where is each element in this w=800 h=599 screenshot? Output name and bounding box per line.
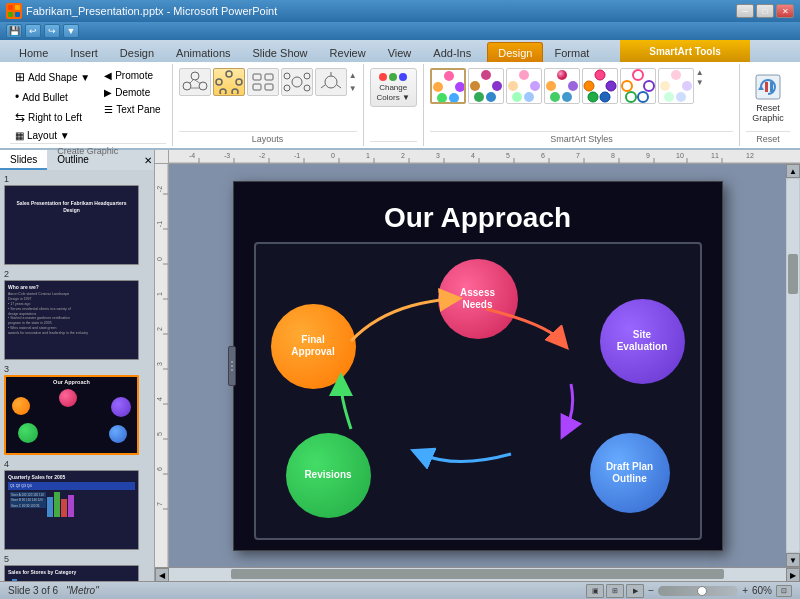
zoom-handle[interactable] <box>697 586 707 596</box>
slideshow-button[interactable]: ▶ <box>626 584 644 598</box>
style-thumb-5[interactable] <box>582 68 618 104</box>
demote-label: Demote <box>115 87 150 98</box>
slide-canvas[interactable]: Our Approach AssessNeeds SiteEvaluation <box>169 164 786 567</box>
ribbon-tabs-area: SmartArt Tools Home Insert Design Animat… <box>0 40 800 62</box>
vertical-scrollbar[interactable]: ▲ ▼ <box>786 164 800 567</box>
right-to-left-label: Right to Left <box>28 112 82 123</box>
tab-insert[interactable]: Insert <box>59 42 109 62</box>
customize-quick-button[interactable]: ▼ <box>63 24 79 38</box>
add-shape-button[interactable]: ⊞ Add Shape ▼ <box>10 68 95 86</box>
layout-button[interactable]: ▦ Layout ▼ <box>10 128 95 143</box>
change-colors-button[interactable]: ChangeColors ▼ <box>370 68 417 107</box>
layouts-scroll[interactable]: ▲ ▼ <box>349 70 357 95</box>
layout-thumb-2[interactable] <box>213 68 245 96</box>
hscroll-track[interactable] <box>169 568 786 581</box>
create-graphic-label: Create Graphic <box>10 143 166 156</box>
redo-quick-button[interactable]: ↪ <box>44 24 60 38</box>
node-final-label: FinalApproval <box>291 334 334 358</box>
zoom-level: 60% <box>752 585 772 596</box>
zoom-in-button[interactable]: + <box>742 585 748 596</box>
scroll-thumb[interactable] <box>788 254 798 294</box>
svg-point-7 <box>226 71 232 77</box>
slide-item-4[interactable]: 4 Quarterly Sales for 2005 Q1 Q2 Q3 Q4 S… <box>4 459 150 550</box>
style-thumb-7[interactable] <box>658 68 694 104</box>
svg-text:-1: -1 <box>156 221 163 227</box>
fit-slide-button[interactable]: ⊡ <box>776 585 792 597</box>
slide-item-1[interactable]: 1 Sales Presentation for Fabrikam Headqu… <box>4 174 150 265</box>
tab-home[interactable]: Home <box>8 42 59 62</box>
scroll-up-button[interactable]: ▲ <box>786 164 800 178</box>
svg-rect-12 <box>253 74 261 80</box>
svg-point-8 <box>236 79 242 85</box>
node-site[interactable]: SiteEvaluation <box>600 299 685 384</box>
zoom-slider[interactable] <box>658 586 738 596</box>
node-final[interactable]: FinalApproval <box>271 304 356 389</box>
slide-thumb-4[interactable]: Quarterly Sales for 2005 Q1 Q2 Q3 Q4 Sto… <box>4 470 139 550</box>
svg-text:4: 4 <box>156 397 163 401</box>
style-thumb-3[interactable] <box>506 68 542 104</box>
tab-design[interactable]: Design <box>109 42 165 62</box>
slide-item-3[interactable]: 3 Our Approach <box>4 364 150 455</box>
tab-animations[interactable]: Animations <box>165 42 241 62</box>
tab-review[interactable]: Review <box>319 42 377 62</box>
svg-text:-2: -2 <box>259 152 265 159</box>
scroll-left-button[interactable]: ◀ <box>155 568 169 582</box>
change-colors-label: ChangeColors ▼ <box>377 83 410 102</box>
svg-text:5: 5 <box>156 432 163 436</box>
layout-thumb-3[interactable] <box>247 68 279 96</box>
slide-thumb-2[interactable]: Who are we? Aaron Cole started Contoso L… <box>4 280 139 360</box>
node-revisions[interactable]: Revisions <box>286 433 371 518</box>
svg-point-51 <box>644 81 654 91</box>
promote-button[interactable]: ◀ Promote <box>99 68 165 83</box>
smartart-frame[interactable]: AssessNeeds SiteEvaluation Draft PlanOut… <box>254 242 702 540</box>
slide-thumb-1[interactable]: Sales Presentation for Fabrikam Headquar… <box>4 185 139 265</box>
tab-view[interactable]: View <box>377 42 423 62</box>
tab-slideshow[interactable]: Slide Show <box>242 42 319 62</box>
svg-point-42 <box>562 92 572 102</box>
slide-thumb-5[interactable]: Sales for Stores by Category <box>4 565 139 581</box>
normal-view-button[interactable]: ▣ <box>586 584 604 598</box>
layout-thumb-5[interactable] <box>315 68 347 96</box>
layout-thumb-1[interactable] <box>179 68 211 96</box>
style-thumb-6[interactable] <box>620 68 656 104</box>
node-revisions-label: Revisions <box>304 469 351 481</box>
svg-point-9 <box>232 89 238 94</box>
scroll-track[interactable] <box>787 179 799 552</box>
reset-graphic-button[interactable]: ResetGraphic <box>746 68 790 126</box>
slide-sorter-button[interactable]: ⊞ <box>606 584 624 598</box>
window-controls[interactable]: ─ □ ✕ <box>736 4 794 18</box>
scroll-right-button[interactable]: ▶ <box>786 568 800 582</box>
text-pane-button[interactable]: ☰ Text Pane <box>99 102 165 117</box>
tab-addins[interactable]: Add-Ins <box>422 42 482 62</box>
zoom-out-button[interactable]: − <box>648 585 654 596</box>
demote-button[interactable]: ▶ Demote <box>99 85 165 100</box>
svg-point-38 <box>512 92 522 102</box>
maximize-button[interactable]: □ <box>756 4 774 18</box>
change-colors-content: ChangeColors ▼ <box>370 66 417 141</box>
close-button[interactable]: ✕ <box>776 4 794 18</box>
style-thumb-1[interactable] <box>430 68 466 104</box>
add-bullet-button[interactable]: • Add Bullet <box>10 88 95 106</box>
style-thumb-4[interactable] <box>544 68 580 104</box>
slide-resize-handle[interactable] <box>228 346 236 386</box>
slide-item-5[interactable]: 5 Sales for Stores by Category <box>4 554 150 581</box>
svg-text:7: 7 <box>156 502 163 506</box>
scroll-down-button[interactable]: ▼ <box>786 553 800 567</box>
style-thumb-2[interactable] <box>468 68 504 104</box>
undo-quick-button[interactable]: ↩ <box>25 24 41 38</box>
node-draft[interactable]: Draft PlanOutline <box>590 433 670 513</box>
save-quick-button[interactable]: 💾 <box>6 24 22 38</box>
styles-scroll[interactable]: ▲ ▼ <box>696 68 704 104</box>
node-assess[interactable]: AssessNeeds <box>438 259 518 339</box>
svg-point-11 <box>216 79 222 85</box>
tab-smartart-format[interactable]: Format <box>543 42 600 62</box>
minimize-button[interactable]: ─ <box>736 4 754 18</box>
right-to-left-button[interactable]: ⇆ Right to Left <box>10 108 95 126</box>
svg-point-48 <box>588 92 598 102</box>
layout-thumb-4[interactable] <box>281 68 313 96</box>
hscroll-thumb[interactable] <box>231 569 725 579</box>
slide-thumb-3[interactable]: Our Approach <box>4 375 139 455</box>
create-graphic-group: ⊞ Add Shape ▼ • Add Bullet ⇆ Right to Le… <box>4 64 173 146</box>
slide-item-2[interactable]: 2 Who are we? Aaron Cole started Contoso… <box>4 269 150 360</box>
tab-smartart-design[interactable]: Design <box>487 42 543 62</box>
